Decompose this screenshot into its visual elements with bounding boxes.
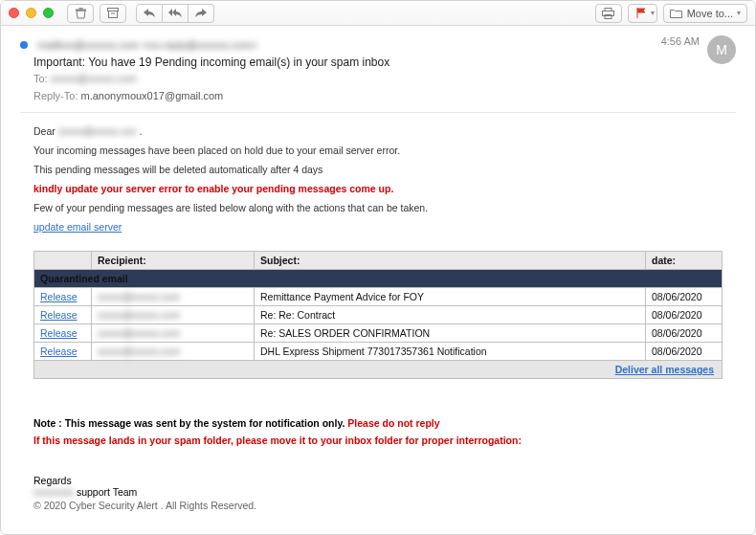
note-line: Note : This message was sent by the syst… <box>33 417 723 429</box>
greeting-suffix: . <box>137 125 143 137</box>
cell-subject: DHL Express Shipment 773017357361 Notifi… <box>255 342 646 360</box>
nav-group <box>136 4 214 23</box>
table-row: Release xxxxx@xxxxx.com DHL Express Ship… <box>34 342 723 360</box>
body-line-2: This pending messages will be deleted au… <box>33 161 736 180</box>
table-row: Release xxxxx@xxxxx.com Re: SALES ORDER … <box>34 323 723 342</box>
body-line-1: Your incoming messages have been placed … <box>33 142 736 161</box>
chevron-down-icon: ▾ <box>737 9 741 17</box>
release-link[interactable]: Release <box>40 327 78 339</box>
cell-subject: Remittance Payment Advice for FOY <box>255 287 646 305</box>
unread-dot-icon <box>20 41 28 49</box>
received-time: 4:56 AM <box>661 35 700 47</box>
quarantine-table: Recipient: Subject: date: Quarantined em… <box>33 251 723 361</box>
cell-date: 08/06/2020 <box>646 342 723 360</box>
close-window-icon[interactable] <box>9 8 19 18</box>
spam-instruction: If this message lands in your spam folde… <box>33 435 723 446</box>
body-warning: kindly update your server error to enabl… <box>33 180 736 199</box>
trash-icon <box>74 7 87 20</box>
print-icon <box>602 7 615 20</box>
replyto-label: Reply-To: <box>33 90 78 101</box>
message-pane: mailbox@xxxxxx.com <no-reply@xxxxxx.com>… <box>1 26 755 534</box>
reply-icon <box>143 7 156 20</box>
col-recipient: Recipient: <box>92 251 255 269</box>
forward-icon <box>194 7 208 20</box>
regards-label: Regards <box>33 475 723 486</box>
table-row: Release xxxxx@xxxxx.com Re: Re: Contract… <box>34 305 723 323</box>
to-label: To: <box>33 73 48 84</box>
email-subject: Important: You have 19 Pending incoming … <box>33 56 661 69</box>
col-date: date: <box>646 251 723 269</box>
header-divider <box>20 112 736 113</box>
zoom-window-icon[interactable] <box>43 8 54 18</box>
copyright: © 2020 Cyber Security Alert . All Rights… <box>33 500 723 511</box>
team-name: xxxxxxxx <box>33 486 74 498</box>
move-to-button[interactable]: Move to... ▾ <box>663 4 747 23</box>
titlebar: ▾ Move to... ▾ <box>1 1 755 26</box>
cell-date: 08/06/2020 <box>646 287 723 305</box>
deliver-bar: Deliver all messages <box>33 361 723 379</box>
release-link[interactable]: Release <box>40 346 78 357</box>
col-action <box>34 251 92 269</box>
cell-recipient: xxxxx@xxxxx.com <box>98 309 180 321</box>
flag-button[interactable]: ▾ <box>628 4 657 23</box>
body-line-4: Few of your pending messages are listed … <box>33 199 736 218</box>
signature: Regards xxxxxxxx support Team <box>33 475 723 498</box>
reply-all-icon <box>168 7 182 20</box>
release-link[interactable]: Release <box>40 291 78 302</box>
avatar: M <box>707 35 736 64</box>
replyto-value: m.anonymoux017@gmail.com <box>81 90 224 101</box>
cell-date: 08/06/2020 <box>646 323 723 342</box>
col-subject: Subject: <box>255 251 646 269</box>
flag-icon <box>634 7 648 20</box>
move-to-label: Move to... <box>687 8 733 19</box>
chevron-down-icon: ▾ <box>651 9 655 17</box>
mail-window: ▾ Move to... ▾ mailbox@xxxxxx.com <no-re… <box>0 0 756 535</box>
avatar-initial: M <box>716 42 727 57</box>
cell-recipient: xxxxx@xxxxx.com <box>98 327 180 339</box>
greeting-prefix: Dear <box>33 125 58 137</box>
reply-all-button[interactable] <box>163 4 189 23</box>
note-prefix: Note : This message was sent by the syst… <box>33 417 347 429</box>
note-red: Please do not reply <box>347 417 439 429</box>
folder-icon <box>670 7 683 20</box>
archive-button[interactable] <box>100 4 126 23</box>
to-value: xxxxx@xxxxx.com <box>51 73 137 84</box>
minimize-window-icon[interactable] <box>26 8 36 18</box>
release-link[interactable]: Release <box>40 309 78 321</box>
print-button[interactable] <box>595 4 622 23</box>
update-server-link[interactable]: update email server <box>33 221 122 233</box>
cell-subject: Re: Re: Contract <box>255 305 646 323</box>
cell-date: 08/06/2020 <box>646 305 723 323</box>
cell-subject: Re: SALES ORDER CONFIRMATION <box>255 323 646 342</box>
forward-button[interactable] <box>189 4 214 23</box>
reply-button[interactable] <box>136 4 163 23</box>
archive-icon <box>106 7 120 20</box>
email-body: Dear xxxxx@xxxxx.xxx . Your incoming mes… <box>33 123 736 237</box>
cell-recipient: xxxxx@xxxxx.com <box>98 346 180 357</box>
svg-rect-1 <box>109 11 118 18</box>
section-header: Quarantined email <box>34 269 723 287</box>
table-row: Release xxxxx@xxxxx.com Remittance Payme… <box>34 287 723 305</box>
trash-button[interactable] <box>67 4 94 23</box>
window-controls <box>9 8 54 18</box>
deliver-all-link[interactable]: Deliver all messages <box>615 364 714 375</box>
sender-address: mailbox@xxxxxx.com <no-reply@xxxxxx.com> <box>37 39 257 51</box>
greeting-name: xxxxx@xxxxx.xxx <box>58 125 137 137</box>
cell-recipient: xxxxx@xxxxx.com <box>98 291 180 302</box>
team-suffix: support Team <box>74 486 137 498</box>
